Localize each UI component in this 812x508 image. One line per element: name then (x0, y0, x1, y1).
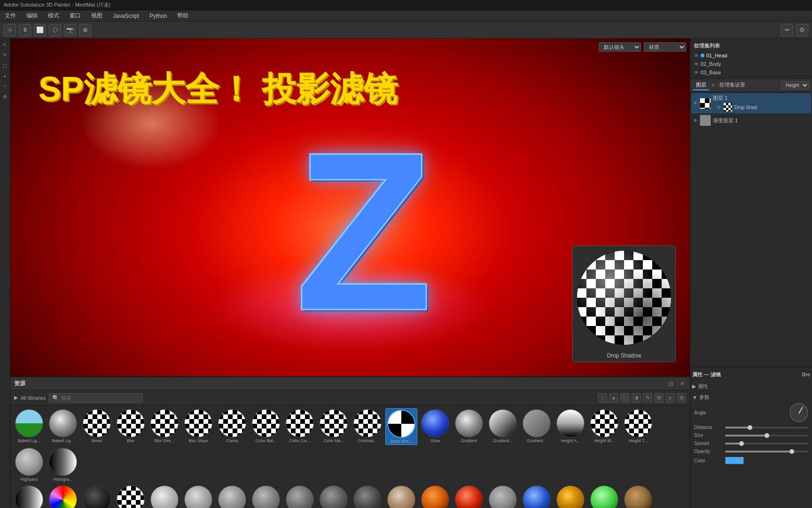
asset-item[interactable]: MatFinis... (182, 484, 214, 508)
texture-set-head[interactable]: 👁 01_Head (692, 51, 810, 60)
asset-item[interactable]: Height T... (622, 408, 654, 445)
menu-file[interactable]: 文件 (3, 11, 18, 21)
toolbar-box[interactable]: ⬜ (34, 24, 46, 36)
asset-item[interactable]: MatFx Pe... (588, 484, 620, 508)
asset-item[interactable]: MatFinis... (385, 484, 417, 508)
layer-item-1[interactable]: 👁 图层 1 👁 Drop Shad (691, 93, 811, 113)
asset-item[interactable]: MatFinis... (284, 484, 316, 508)
asset-item[interactable]: MatFinis... (318, 484, 350, 508)
menu-help[interactable]: 帮助 (175, 11, 190, 21)
asset-item[interactable]: Bevel (81, 408, 113, 445)
toolbar-3d[interactable]: ⬡ (49, 24, 61, 36)
asset-item[interactable]: Height Bl... (588, 408, 620, 445)
lib-expand-icon[interactable]: ▶ (14, 395, 18, 401)
height-dropdown[interactable]: Height (781, 81, 809, 89)
tool-paint[interactable]: ✎ (1, 51, 9, 59)
filter-btn-7[interactable]: ≡ (665, 393, 675, 403)
tool-clone[interactable]: ⊕ (1, 92, 9, 101)
asset-item[interactable]: Gradient (453, 408, 485, 445)
tool-smudge[interactable]: ~ (1, 82, 9, 90)
menu-javascript[interactable]: JavaScript (111, 12, 141, 20)
asset-item[interactable]: Drop Sha... (385, 408, 417, 445)
eye-icon-body[interactable]: 👁 (694, 62, 699, 67)
asset-item[interactable]: Glow (419, 408, 451, 445)
asset-item[interactable]: MatFinis... (351, 484, 383, 508)
menu-python[interactable]: Python (148, 12, 169, 20)
filter-item-dropshadow[interactable]: 👁 Drop Shad (713, 102, 809, 112)
toolbar-settings[interactable]: ⚙ (796, 24, 808, 36)
eye-icon-head[interactable]: 👁 (694, 53, 699, 58)
eye-icon-fill[interactable]: 👁 (693, 118, 698, 123)
asset-item[interactable]: MatFx Oil... (554, 484, 586, 508)
color-swatch[interactable] (725, 457, 744, 464)
asset-item[interactable]: MatFinis... (148, 484, 180, 508)
eye-icon-layer1[interactable]: 👁 (693, 101, 698, 106)
asset-item[interactable]: Color Ma... (318, 408, 350, 445)
asset-item[interactable]: MatFx Co... (419, 484, 451, 508)
viewport[interactable]: SP滤镜大全！ 投影滤镜 Z 默认镜头 材质 Drop Shadow (10, 39, 690, 376)
asset-search-box[interactable]: 🔍 (49, 393, 143, 403)
parameters-header[interactable]: ▼ 参数 (692, 393, 810, 402)
angle-dial[interactable] (789, 403, 808, 422)
menu-window[interactable]: 窗口 (68, 11, 83, 21)
asset-item[interactable]: MatFx De... (453, 484, 485, 508)
asset-item[interactable]: Height A... (554, 408, 586, 445)
asset-item[interactable]: MatFinis... (250, 484, 282, 508)
layer-item-fill[interactable]: 👁 渐变面层 1 (691, 113, 811, 127)
tab-layers[interactable]: 图层 (693, 80, 709, 90)
tool-erase[interactable]: ◻ (1, 61, 9, 70)
toolbar-paint[interactable]: ✏ (781, 24, 793, 36)
filter-btn-5[interactable]: ✎ (643, 393, 652, 403)
asset-item[interactable]: Color Bal... (250, 408, 282, 445)
asset-item[interactable]: MatFx HB... (521, 484, 553, 508)
asset-item[interactable]: Highpass (13, 447, 45, 483)
asset-dock-btn[interactable]: ⊟ (667, 380, 675, 388)
toolbar-pause[interactable]: ⏸ (19, 24, 31, 36)
asset-item[interactable]: Gradient... (487, 408, 519, 445)
menu-mode[interactable]: 模式 (46, 11, 61, 21)
search-input[interactable] (61, 395, 140, 401)
asset-item[interactable]: Blur Slope (182, 408, 214, 445)
tool-select[interactable]: ↖ (1, 40, 9, 49)
size-slider[interactable] (725, 435, 808, 437)
tab-texture-settings[interactable]: 纹理集设置 (717, 80, 748, 90)
asset-item[interactable]: Contrast... (351, 408, 383, 445)
asset-item[interactable]: Blur (115, 408, 147, 445)
menu-edit[interactable]: 编辑 (24, 11, 39, 21)
toolbar-camera[interactable]: 📷 (64, 24, 76, 36)
eye-icon-base[interactable]: 👁 (694, 70, 699, 75)
asset-item[interactable]: Baked Lig... (13, 408, 45, 445)
asset-item[interactable]: MatFx Ed... (487, 484, 519, 508)
filter-btn-3[interactable]: ⬛ (620, 393, 630, 403)
asset-item[interactable]: Baked Lig... (47, 408, 79, 445)
asset-item[interactable]: Invert (81, 484, 113, 508)
tab-close[interactable]: ✕ (711, 83, 715, 88)
asset-item[interactable]: Gradient... (521, 408, 553, 445)
menu-view[interactable]: 视图 (89, 11, 104, 21)
texture-set-body[interactable]: 👁 02_Body (692, 60, 810, 68)
toolbar-pointer[interactable]: ⊹ (4, 24, 16, 36)
filter-btn-4[interactable]: ◑ (632, 393, 641, 403)
spread-slider[interactable] (725, 443, 808, 444)
texture-set-base[interactable]: 👁 03_Base (692, 68, 810, 77)
asset-item[interactable]: Histogra... (47, 447, 79, 483)
filter-btn-1[interactable]: ○ (598, 393, 607, 403)
camera-dropdown[interactable]: 默认镜头 (599, 42, 641, 52)
asset-item[interactable]: Mask Out... (115, 484, 147, 508)
asset-item[interactable]: Color Cor... (284, 408, 316, 445)
asset-close-btn[interactable]: ✕ (679, 380, 686, 388)
channel-dropdown[interactable]: 材质 (644, 42, 686, 52)
tool-fill[interactable]: ⬧ (1, 71, 9, 80)
filter-btn-6[interactable]: ⊞ (654, 393, 664, 403)
filter-btn-2[interactable]: ● (609, 393, 618, 403)
opacity-slider[interactable] (725, 451, 808, 452)
asset-item[interactable]: HSL Perc... (47, 484, 79, 508)
lib-label[interactable]: All libraries (21, 395, 46, 401)
asset-item[interactable]: Clamp (216, 408, 248, 445)
asset-item[interactable]: Histogra... (13, 484, 45, 508)
filter-btn-grid[interactable]: ⊞ (677, 393, 686, 403)
asset-item[interactable]: Blur Dire... (148, 408, 180, 445)
asset-item[interactable]: MatFx Ru... (622, 484, 654, 508)
asset-item[interactable]: MatFinis... (216, 484, 248, 508)
attributes-header[interactable]: ▶ 属性 (692, 382, 810, 391)
